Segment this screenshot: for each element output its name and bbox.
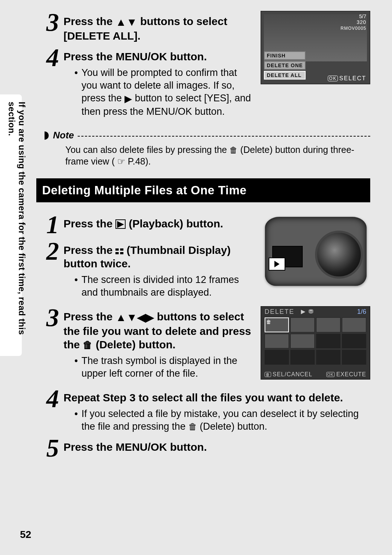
step-3-body: Press the buttons to select [DELETE ALL]…	[64, 11, 253, 42]
ok-icon: OK	[328, 76, 338, 81]
thumbnail-cell	[342, 350, 366, 365]
figure-select-label: OK SELECT	[328, 75, 366, 82]
figure-thumbnail-delete: DELETE ▶ ⛃ 1/6 🗑	[261, 306, 370, 380]
note-bullet-icon: ◗	[44, 128, 49, 141]
trash-icon-3	[188, 421, 197, 432]
step-number-3b: 3	[44, 306, 62, 329]
note-label: Note	[53, 130, 74, 141]
right-arrow-icon-2	[146, 311, 154, 324]
thumb-fig-title: DELETE	[265, 308, 294, 316]
col-step-3: 3 Press the buttons to select the file y…	[44, 306, 253, 384]
step-number-1: 1	[44, 213, 62, 236]
section-heading: Deleting Multiple Files at One Time	[36, 178, 370, 202]
trash-button-icon: 🗑	[265, 372, 271, 377]
trash-icon	[229, 145, 238, 155]
thumbnail-cell	[316, 317, 340, 332]
multi-step-3-title: Press the buttons to select the file you…	[64, 310, 253, 352]
figure-select-text: SELECT	[339, 75, 366, 82]
page-number: 52	[20, 529, 31, 540]
step-4-body: Press the MENU/OK button. You will be pr…	[64, 46, 253, 118]
camera-lens-shape	[315, 231, 363, 279]
menu-item-finish: FINISH	[264, 51, 306, 60]
thumb-fig-footer: 🗑 SEL/CANCEL OK EXECUTE	[265, 371, 366, 378]
left-arrow-icon	[137, 311, 146, 324]
multi-step4-bullet-b: (Delete) button.	[200, 421, 267, 432]
thumb-top-icons: ▶ ⛃	[301, 308, 313, 315]
thumbnail-cell	[316, 334, 340, 349]
trash-icon-2	[83, 339, 93, 351]
menu-item-delete-one: DELETE ONE	[264, 61, 306, 70]
multi-step-3: 3 Press the buttons to select the file y…	[44, 306, 253, 380]
up-arrow-icon	[115, 15, 126, 29]
col-steps-1-2: 1 Press the ▶ (Playback) button. 2 Press	[44, 213, 254, 303]
play-triangle-icon	[274, 261, 279, 267]
side-tab-text: If you are using the camera for the firs…	[7, 102, 27, 356]
note-body: You can also delete files by pressing th…	[65, 144, 370, 167]
figure-camera	[261, 213, 370, 289]
multi-step2-bullet-text: The screen is divided into 12 frames and…	[81, 274, 254, 299]
right-arrow-icon	[124, 93, 132, 105]
multi-step-2-title: Press the (Thumbnail Display) button twi…	[64, 243, 254, 271]
multi-step3-bullet-text: The trash symbol is displayed in the upp…	[81, 355, 253, 380]
multi-step-5-body: Press the MENU/OK button.	[64, 437, 370, 454]
multi-step1-text-a: Press the	[64, 218, 115, 230]
playback-button-callout	[269, 258, 285, 271]
thumb-fig-count: 1/6	[357, 308, 366, 316]
step-3-top: 3 Press the buttons to select [DELETE AL…	[44, 11, 253, 42]
multi-step-2-bullet: The screen is divided into 12 frames and…	[74, 274, 254, 299]
note-header: ◗ Note	[44, 129, 370, 142]
thumbnail-icon	[115, 248, 123, 254]
multi-step-5: 5 Press the MENU/OK button.	[44, 437, 370, 459]
execute-label: OK EXECUTE	[326, 371, 366, 378]
side-tab: If you are using the camera for the firs…	[0, 94, 22, 356]
thumbnail-cell	[316, 350, 340, 365]
multi-step-3-bullet: The trash symbol is displayed in the upp…	[74, 355, 253, 380]
multi-step-4-body: Repeat Step 3 to select all the files yo…	[64, 387, 370, 433]
step-4-title: Press the MENU/OK button.	[64, 50, 253, 64]
multi-step-1-body: Press the ▶ (Playback) button.	[64, 213, 254, 231]
multi-step-1-title: Press the ▶ (Playback) button.	[64, 217, 254, 231]
step-number-4: 4	[44, 46, 62, 69]
step-3-title: Press the buttons to select [DELETE ALL]…	[64, 15, 253, 42]
note-text-c: P.48).	[128, 156, 151, 166]
figure-delete-menu: 5/7 320 RMOV0005 FINISH DELETE ONE DELET…	[261, 11, 370, 84]
step-4-bullet: You will be prompted to confirm that you…	[74, 66, 253, 118]
page-content: 3 Press the buttons to select [DELETE AL…	[44, 11, 370, 459]
multi-step-2: 2 Press the (Thumbnail Display) button t…	[44, 240, 254, 299]
top-row: 3 Press the buttons to select [DELETE AL…	[44, 11, 370, 122]
figure-counter: 5/7	[359, 13, 366, 19]
thumbnail-cell	[265, 350, 289, 365]
sel-cancel-label: 🗑 SEL/CANCEL	[265, 371, 313, 378]
thumbnail-grid: 🗑	[265, 317, 366, 365]
menu-item-delete-all: DELETE ALL	[264, 71, 306, 80]
thumbnail-cell: 🗑	[265, 317, 289, 332]
row-steps-1-2: 1 Press the ▶ (Playback) button. 2 Press	[44, 213, 370, 303]
ok-button-icon: OK	[326, 372, 335, 377]
multi-step2-text-a: Press the	[64, 244, 115, 256]
up-arrow-icon-2	[115, 311, 126, 324]
multi-step-3-body: Press the buttons to select the file you…	[64, 306, 253, 380]
step-number-3: 3	[44, 11, 62, 34]
figure-size: 320	[357, 19, 366, 25]
playback-icon: ▶	[115, 219, 126, 229]
execute-text: EXECUTE	[336, 371, 366, 378]
manual-page: If you are using the camera for the firs…	[0, 0, 392, 555]
down-arrow-icon	[126, 15, 137, 29]
reference-icon	[117, 156, 125, 166]
figure-filename: RMOV0005	[340, 26, 366, 31]
step-number-2: 2	[44, 240, 62, 263]
multi-step-2-body: Press the (Thumbnail Display) button twi…	[64, 240, 254, 299]
down-arrow-icon-2	[126, 311, 137, 324]
step-number-5: 5	[44, 437, 62, 459]
trash-mark-icon: 🗑	[266, 319, 271, 325]
thumbnail-cell	[290, 334, 315, 349]
step-number-4b: 4	[44, 387, 62, 410]
figure-menu: FINISH DELETE ONE DELETE ALL	[264, 51, 306, 80]
sel-cancel-text: SEL/CANCEL	[273, 371, 313, 378]
multi-step1-text-b: (Playback) button.	[129, 218, 223, 230]
thumbnail-cell	[342, 334, 366, 349]
thumbnail-cell	[290, 317, 315, 332]
note-dash-rule	[78, 136, 370, 137]
note-text-a: You can also delete files by pressing th…	[65, 145, 229, 155]
thumbnail-cell	[290, 350, 315, 365]
